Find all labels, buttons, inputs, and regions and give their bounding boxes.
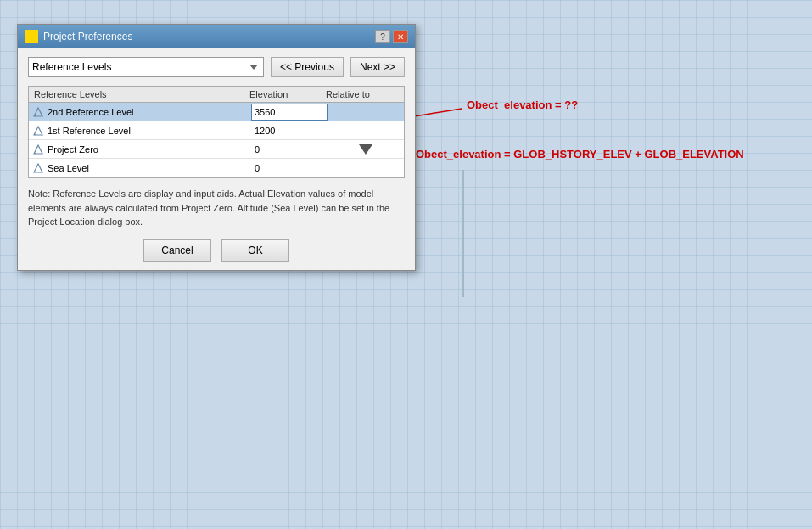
app-icon <box>25 30 38 43</box>
annotation-label-2: Obect_elevation = GLOB_HSTORY_ELEV + GLO… <box>416 148 744 160</box>
titlebar-controls: ? ✕ <box>375 30 408 43</box>
cancel-button[interactable]: Cancel <box>143 239 211 262</box>
help-button[interactable]: ? <box>375 30 390 43</box>
row-relative-cell <box>328 143 404 156</box>
svg-marker-8 <box>34 145 42 154</box>
ref-level-icon <box>32 106 44 118</box>
svg-marker-6 <box>34 127 42 135</box>
table-row[interactable]: 2nd Reference Level <box>29 103 404 121</box>
row-name-cell: Sea Level <box>29 160 251 176</box>
previous-button[interactable]: << Previous <box>271 57 344 77</box>
col-header-relative: Relative to <box>324 88 400 100</box>
col-header-name: Reference Levels <box>32 88 248 100</box>
dialog-titlebar: Project Preferences ? ✕ <box>18 25 415 48</box>
row-name-cell: 1st Reference Level <box>29 123 251 138</box>
titlebar-left: Project Preferences <box>25 30 132 43</box>
row-elevation-cell: 0 <box>251 161 328 175</box>
dialog-title: Project Preferences <box>43 31 132 42</box>
elevation-input[interactable] <box>251 104 328 121</box>
next-button[interactable]: Next >> <box>350 57 405 77</box>
project-preferences-dialog: Project Preferences ? ✕ Reference Levels… <box>17 24 416 271</box>
row-elevation-cell[interactable] <box>251 104 328 121</box>
svg-marker-10 <box>359 144 372 155</box>
svg-marker-11 <box>34 164 42 172</box>
ref-level-icon <box>32 125 44 137</box>
row-relative-cell <box>328 166 404 170</box>
ref-level-icon <box>32 162 44 174</box>
row-relative-cell <box>328 129 404 132</box>
cad-vertical-line <box>462 170 464 297</box>
annotation-label-1: Obect_elevation = ?? <box>467 98 578 111</box>
reference-levels-table: Reference Levels Elevation Relative to 2… <box>28 86 405 178</box>
page-dropdown[interactable]: Reference Levels Units Coordinates Worki… <box>28 57 264 77</box>
row-name-cell: 2nd Reference Level <box>29 104 251 120</box>
table-header: Reference Levels Elevation Relative to <box>29 87 404 103</box>
dialog-bottom-row: Cancel OK <box>28 239 405 262</box>
row-elevation-cell: 0 <box>251 143 328 156</box>
ref-level-icon <box>32 144 44 155</box>
col-header-elevation: Elevation <box>248 88 324 100</box>
row-relative-cell <box>328 110 404 114</box>
dialog-content: Reference Levels Units Coordinates Worki… <box>18 48 415 270</box>
dialog-top-row: Reference Levels Units Coordinates Worki… <box>28 57 405 77</box>
note-text: Note: Reference Levels are display and i… <box>28 187 405 229</box>
table-row[interactable]: Project Zero 0 <box>29 140 404 159</box>
ok-button[interactable]: OK <box>221 239 289 262</box>
row-name-cell: Project Zero <box>29 142 251 157</box>
row-elevation-cell: 1200 <box>251 124 328 138</box>
table-row[interactable]: Sea Level 0 <box>29 159 404 177</box>
table-row[interactable]: 1st Reference Level 1200 <box>29 121 404 140</box>
close-button[interactable]: ✕ <box>393 30 408 43</box>
relative-to-icon <box>359 144 372 155</box>
svg-marker-4 <box>34 108 42 116</box>
